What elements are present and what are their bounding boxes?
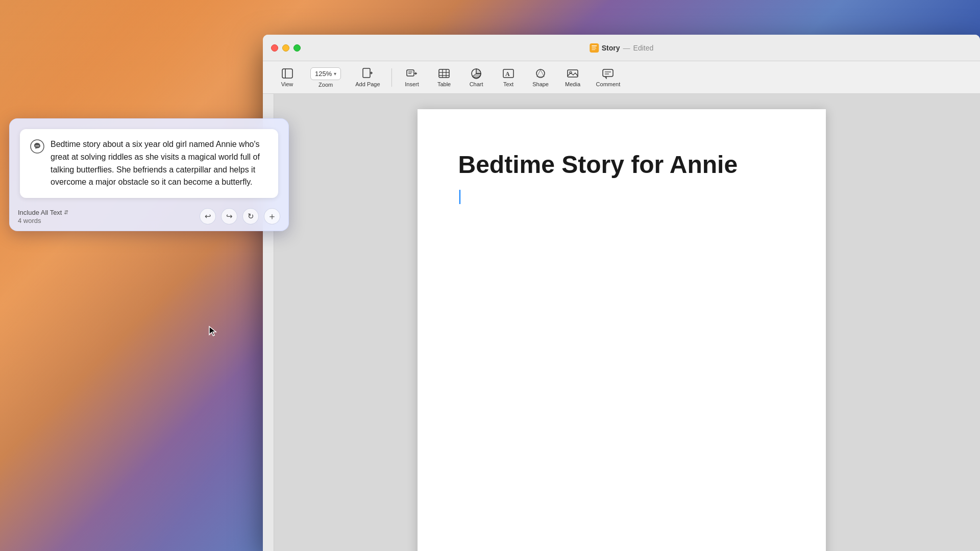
text-box-icon: A [502,67,514,80]
toolbar-chart-button[interactable]: Chart [462,64,491,90]
window-maximize-button[interactable] [293,44,301,52]
toolbar-table-button[interactable]: Table [430,64,458,90]
window-minimize-button[interactable] [282,44,289,52]
undo-button[interactable]: ↩ [200,208,216,224]
window-title: Story — Edited [590,43,654,53]
toolbar-divider-1 [391,68,392,87]
ai-footer-actions: ↩ ↪ ↻ ＋ [200,208,280,224]
view-label: View [281,81,293,87]
toolbar-comment-button[interactable]: Comment [591,64,626,90]
svg-point-3 [38,145,39,146]
toolbar-text-button[interactable]: A Text [495,64,523,90]
svg-rect-31 [568,70,578,77]
insert-icon [406,67,418,80]
window-title-separator: — [623,44,630,52]
word-count-label: 4 words [18,217,68,224]
text-cursor [459,190,460,204]
ai-panel-footer: Include All Text ⇵ 4 words ↩ ↪ ↻ ＋ [10,203,288,231]
insert-label: Insert [405,81,419,87]
svg-point-1 [36,145,37,146]
pages-app-icon [590,43,599,53]
svg-rect-14 [407,70,414,76]
include-all-text-control[interactable]: Include All Text ⇵ [18,209,68,216]
ai-panel-content: Bedtime story about a six year old girl … [10,119,288,203]
comment-label: Comment [596,81,621,87]
svg-rect-5 [592,45,597,46]
svg-rect-7 [592,48,596,48]
table-label: Table [437,81,451,87]
window-title-name: Story [602,44,620,52]
ai-footer-left: Include All Text ⇵ 4 words [18,209,68,224]
svg-rect-6 [592,47,596,47]
shape-icon [534,67,547,80]
toolbar-insert-button[interactable]: Insert [398,64,426,90]
media-label: Media [565,81,580,87]
shape-label: Shape [532,81,549,87]
toolbar-zoom-control[interactable]: 125% ▾ Zoom [305,64,346,91]
svg-rect-4 [590,44,598,52]
svg-rect-9 [282,69,292,78]
add-page-icon [361,67,374,80]
redo-button[interactable]: ↪ [221,208,237,224]
chart-label: Chart [470,81,483,87]
include-text-label: Include All Text [18,209,62,216]
svg-rect-8 [592,49,595,50]
media-icon [567,67,579,80]
toolbar-shape-button[interactable]: Shape [527,64,555,90]
svg-text:A: A [505,70,510,78]
add-button[interactable]: ＋ [264,208,280,224]
toolbar-add-page-button[interactable]: Add Page [350,64,385,90]
zoom-value: 125% [315,70,332,78]
window-titlebar: Story — Edited [263,35,980,61]
svg-rect-33 [603,69,613,77]
toolbar-view-button[interactable]: View [273,64,301,90]
document-area[interactable]: Bedtime Story for Annie [263,94,980,551]
document-title: Bedtime Story for Annie [458,150,785,180]
document-cursor-area[interactable] [458,190,785,204]
pages-window: Story — Edited View 125% ▾ Zoom [263,35,980,551]
refresh-button[interactable]: ↻ [242,208,259,224]
ai-message-text: Bedtime story about a six year old girl … [51,138,268,189]
table-icon [438,67,450,80]
toolbar-media-button[interactable]: Media [559,64,587,90]
text-label: Text [503,81,513,87]
chart-icon [470,67,482,80]
toolbar: View 125% ▾ Zoom Add Page [263,61,980,94]
svg-point-2 [37,145,38,146]
svg-rect-11 [363,68,370,78]
window-close-button[interactable] [271,44,278,52]
zoom-value-display[interactable]: 125% ▾ [310,67,341,80]
include-text-chevron: ⇵ [64,209,68,216]
zoom-label: Zoom [318,82,333,88]
document-page[interactable]: Bedtime Story for Annie [418,109,826,551]
ai-logo-icon [30,139,44,154]
zoom-chevron-icon: ▾ [334,71,336,77]
traffic-lights [271,44,301,52]
svg-rect-19 [439,69,449,78]
comment-icon [602,67,614,80]
window-title-status: Edited [633,44,654,52]
add-page-label: Add Page [355,81,380,87]
sidebar-icon [281,67,293,80]
ai-composer-panel: Bedtime story about a six year old girl … [9,118,289,231]
svg-marker-30 [537,70,544,77]
ai-message-box: Bedtime story about a six year old girl … [20,129,278,198]
